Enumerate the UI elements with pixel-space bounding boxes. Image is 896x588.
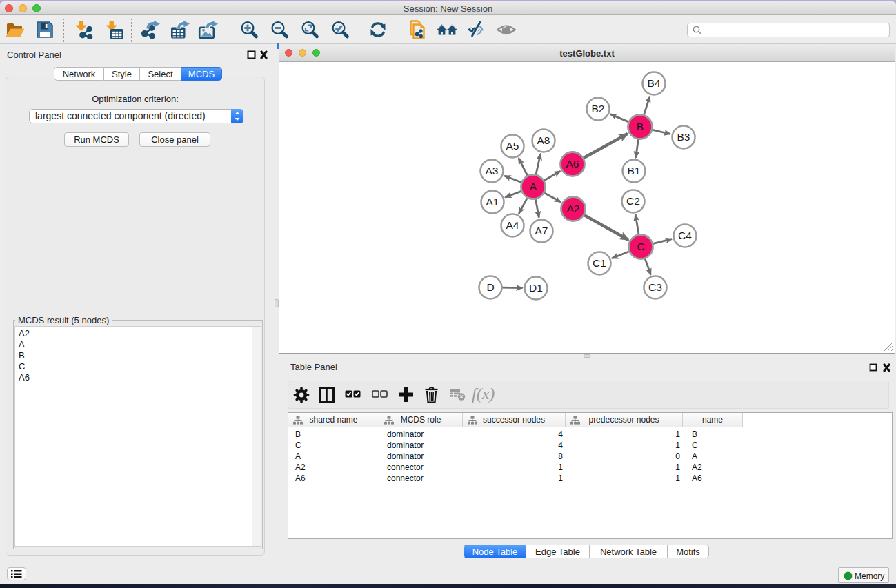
svg-text:A1: A1 — [486, 196, 499, 207]
svg-text:D: D — [486, 281, 494, 293]
svg-text:A5: A5 — [506, 140, 519, 152]
svg-text:C4: C4 — [678, 230, 692, 241]
svg-text:C: C — [637, 241, 644, 252]
svg-text:B3: B3 — [677, 131, 690, 143]
svg-text:B: B — [637, 121, 644, 132]
svg-text:A4: A4 — [506, 219, 519, 231]
svg-text:A6: A6 — [566, 158, 579, 170]
svg-text:B1: B1 — [628, 165, 641, 176]
svg-text:A: A — [530, 181, 537, 192]
svg-text:C2: C2 — [626, 195, 640, 207]
svg-text:A7: A7 — [535, 225, 548, 236]
svg-text:B2: B2 — [592, 103, 605, 114]
svg-text:A3: A3 — [486, 165, 499, 176]
svg-text:A2: A2 — [567, 203, 580, 214]
svg-text:D1: D1 — [529, 282, 543, 294]
svg-text:A8: A8 — [537, 134, 550, 146]
svg-text:B4: B4 — [648, 77, 661, 89]
svg-text:C3: C3 — [648, 281, 662, 293]
svg-text:C1: C1 — [593, 257, 606, 269]
